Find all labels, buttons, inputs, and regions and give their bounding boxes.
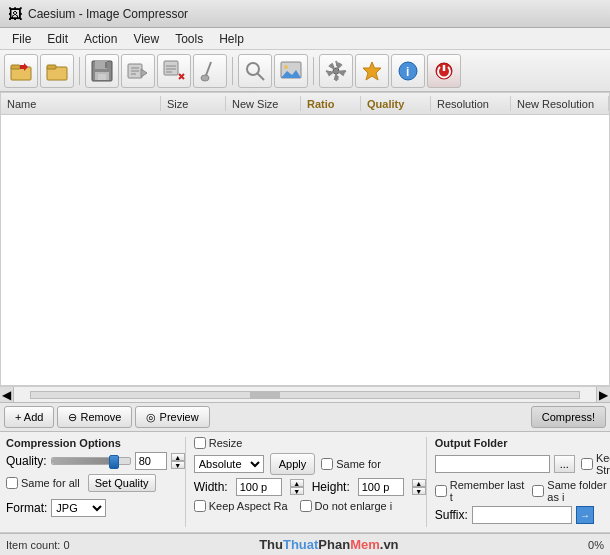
quality-slider-fill [52, 458, 114, 464]
apply-button[interactable]: Apply [270, 453, 316, 475]
star-btn[interactable] [355, 54, 389, 88]
same-folder-checkbox[interactable] [532, 485, 544, 497]
app-title: Caesium - Image Compressor [28, 7, 188, 21]
output-options-row: Remember last t Same folder as i [435, 479, 610, 503]
col-header-resolution: Resolution [431, 96, 511, 111]
remove-button[interactable]: ⊖ Remove [57, 406, 132, 428]
file-list-header: Name Size New Size Ratio Quality Resolut… [1, 93, 609, 115]
suffix-arrow-button[interactable]: → [576, 506, 594, 524]
hscroll[interactable]: ◀ ▶ [0, 386, 610, 402]
file-list: Name Size New Size Ratio Quality Resolut… [0, 92, 610, 386]
quality-spin-up[interactable]: ▲ [171, 453, 185, 461]
do-not-enlarge-checkbox[interactable] [300, 500, 312, 512]
power-btn[interactable] [427, 54, 461, 88]
menu-action[interactable]: Action [76, 30, 125, 47]
height-spin-up[interactable]: ▲ [412, 479, 426, 487]
width-input[interactable] [236, 478, 282, 496]
preview-image-btn[interactable] [274, 54, 308, 88]
suffix-label: Suffix: [435, 508, 468, 522]
file-section: Name Size New Size Ratio Quality Resolut… [0, 92, 610, 402]
dimensions-row: Width: ▲ ▼ Height: ▲ ▼ [194, 478, 426, 496]
output-folder-col: Output Folder ... Keep Structure Remembe… [426, 437, 610, 527]
toolbar-sep-2 [232, 57, 233, 85]
hscroll-left[interactable]: ◀ [0, 387, 14, 402]
hscroll-right[interactable]: ▶ [596, 387, 610, 402]
height-label: Height: [312, 480, 350, 494]
settings-btn[interactable] [319, 54, 353, 88]
svg-line-24 [257, 73, 264, 80]
col-header-quality: Quality [361, 96, 431, 111]
open-file-btn[interactable] [40, 54, 74, 88]
compression-title: Compression Options [6, 437, 185, 449]
menu-tools[interactable]: Tools [167, 30, 211, 47]
format-select[interactable]: JPG PNG BMP TIFF [51, 499, 106, 517]
quality-slider-track[interactable] [51, 457, 131, 465]
broom-btn[interactable] [193, 54, 227, 88]
output-path-input[interactable] [435, 455, 550, 473]
same-for-label[interactable]: Same for [321, 458, 381, 470]
height-input[interactable] [358, 478, 404, 496]
keep-aspect-checkbox[interactable] [194, 500, 206, 512]
hscroll-thumb[interactable] [250, 392, 280, 398]
add-button[interactable]: + Add [4, 406, 54, 428]
toolbar-sep-3 [313, 57, 314, 85]
resize-checkbox[interactable] [194, 437, 206, 449]
width-spin-down[interactable]: ▼ [290, 487, 304, 495]
height-spin-down[interactable]: ▼ [412, 487, 426, 495]
watermark: ThuThuatPhanMem.vn [259, 537, 398, 552]
resize-type-select[interactable]: Absolute Percentage [194, 455, 264, 473]
save-btn[interactable] [85, 54, 119, 88]
format-label: Format: [6, 501, 47, 515]
search-btn[interactable] [238, 54, 272, 88]
menu-file[interactable]: File [4, 30, 39, 47]
same-for-all-checkbox[interactable] [6, 477, 18, 489]
open-output-folder-btn[interactable] [121, 54, 155, 88]
keep-aspect-label[interactable]: Keep Aspect Ra [194, 500, 288, 512]
col-header-name: Name [1, 96, 161, 111]
same-for-checkbox[interactable] [321, 458, 333, 470]
same-folder-label[interactable]: Same folder as i [532, 479, 610, 503]
width-label: Width: [194, 480, 228, 494]
resize-label[interactable]: Resize [194, 437, 243, 449]
svg-rect-4 [47, 65, 56, 69]
aspect-row: Keep Aspect Ra Do not enlarge i [194, 500, 426, 512]
quality-slider-thumb[interactable] [109, 455, 119, 469]
menu-help[interactable]: Help [211, 30, 252, 47]
preview-button[interactable]: ◎ Preview [135, 406, 209, 428]
remember-last-label[interactable]: Remember last t [435, 479, 525, 503]
options-panel: Compression Options Quality: ▲ ▼ [0, 432, 610, 533]
menu-view[interactable]: View [125, 30, 167, 47]
bottom-panel: + Add ⊖ Remove ◎ Preview Compress! Compr… [0, 402, 610, 555]
width-spin-up[interactable]: ▲ [290, 479, 304, 487]
open-folder-btn[interactable] [4, 54, 38, 88]
delete-btn[interactable] [157, 54, 191, 88]
compress-button[interactable]: Compress! [531, 406, 606, 428]
quality-spinner: ▲ ▼ [171, 453, 185, 469]
toolbar: i [0, 50, 610, 92]
browse-button[interactable]: ... [554, 455, 575, 473]
do-not-enlarge-label[interactable]: Do not enlarge i [300, 500, 393, 512]
svg-marker-30 [363, 62, 381, 80]
quality-spin-down[interactable]: ▼ [171, 461, 185, 469]
quality-value-input[interactable] [135, 452, 167, 470]
resize-options-col: Resize Absolute Percentage Apply Same fo… [185, 437, 426, 527]
info-btn[interactable]: i [391, 54, 425, 88]
suffix-input[interactable] [472, 506, 572, 524]
keep-structure-checkbox[interactable] [581, 458, 593, 470]
suffix-row: Suffix: → [435, 506, 610, 524]
svg-rect-9 [105, 62, 107, 68]
set-quality-button[interactable]: Set Quality [88, 474, 156, 492]
menu-edit[interactable]: Edit [39, 30, 76, 47]
menu-bar: File Edit Action View Tools Help [0, 28, 610, 50]
app-icon: 🖼 [8, 6, 22, 22]
same-for-all-label[interactable]: Same for all [6, 477, 80, 489]
action-bar: + Add ⊖ Remove ◎ Preview Compress! [0, 402, 610, 432]
svg-rect-1 [11, 65, 20, 69]
file-list-body [1, 115, 609, 315]
col-header-newsize: New Size [226, 96, 301, 111]
resize-type-row: Absolute Percentage Apply Same for [194, 453, 426, 475]
toolbar-sep-1 [79, 57, 80, 85]
keep-structure-label[interactable]: Keep Structure [581, 452, 610, 476]
remember-last-checkbox[interactable] [435, 485, 447, 497]
output-path-row: ... Keep Structure [435, 452, 610, 476]
